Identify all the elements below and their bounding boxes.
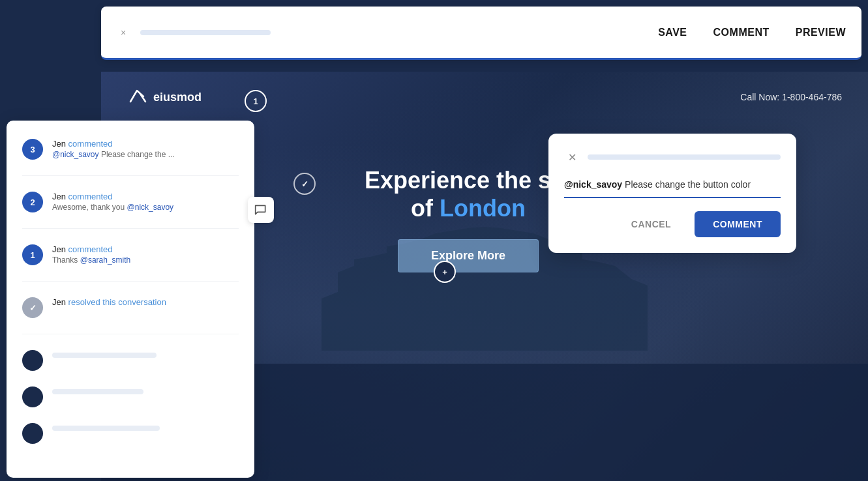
dialog-actions: CANCEL COMMENT <box>564 211 781 237</box>
logo-icon <box>127 87 147 107</box>
comment-content-resolved: Jen resolved this conversation <box>52 297 239 307</box>
comment-badge-placeholder-1 <box>22 350 43 371</box>
comment-content-2: Jen commented Awesome, thank you @nick_s… <box>52 192 239 212</box>
comment-content-placeholder-2 <box>52 386 239 394</box>
divider-3 <box>22 281 239 282</box>
cancel-button[interactable]: CANCEL <box>618 212 684 236</box>
dialog-header: ✕ <box>564 149 781 165</box>
placeholder-bar <box>52 353 157 358</box>
comment-marker-1[interactable]: 1 <box>245 90 267 112</box>
comment-content-1: Jen commented Thanks @sarah_smith <box>52 244 239 265</box>
comment-text-1: Thanks @sarah_smith <box>52 255 239 265</box>
comment-submit-button[interactable]: COMMENT <box>695 211 781 237</box>
comment-action-3: commented <box>68 139 113 149</box>
divider-1 <box>22 175 239 176</box>
comment-author-1: Jen commented <box>52 244 239 254</box>
comment-item-placeholder-2 <box>22 386 239 407</box>
toolbar-actions: SAVE COMMENT PREVIEW <box>658 27 846 38</box>
comment-author-3: Jen commented <box>52 139 239 149</box>
dialog-text: Please change the button color <box>622 179 751 190</box>
chat-icon <box>254 203 267 216</box>
comment-item-placeholder-1 <box>22 350 239 371</box>
comment-badge-1: 1 <box>22 244 43 265</box>
comment-mention-1: @sarah_smith <box>80 255 131 265</box>
divider-4 <box>22 334 239 334</box>
comment-author-resolved: Jen resolved this conversation <box>52 297 239 307</box>
comment-dialog: ✕ @nick_savoy Please change the button c… <box>548 134 796 253</box>
comment-badge-resolved: ✓ <box>22 297 43 318</box>
comment-badge-3: 3 <box>22 139 43 160</box>
dialog-close-icon[interactable]: ✕ <box>564 149 580 165</box>
comment-mention-3: @nick_savoy <box>52 150 99 159</box>
comment-content-placeholder-1 <box>52 350 239 358</box>
comment-action-2: commented <box>68 192 113 201</box>
comment-button[interactable]: COMMENT <box>713 27 770 38</box>
logo-text: eiusmod <box>153 91 202 104</box>
hero-highlight: London <box>440 195 526 222</box>
explore-more-button[interactable]: Explore More <box>398 239 539 272</box>
toolbar-close-icon[interactable]: × <box>117 26 130 39</box>
comment-item-1: 1 Jen commented Thanks @sarah_smith <box>22 244 239 265</box>
comment-marker-check[interactable]: ✓ <box>293 173 316 195</box>
comment-badge-placeholder-3 <box>22 423 43 444</box>
comment-mention-2: @nick_savoy <box>127 203 174 212</box>
comment-item-3: 3 Jen commented @nick_savoy Please chang… <box>22 139 239 160</box>
placeholder-bar-2 <box>52 389 143 394</box>
comment-badge-placeholder-2 <box>22 386 43 407</box>
comment-text-2: Awesome, thank you @nick_savoy <box>52 203 239 212</box>
comment-item-resolved: ✓ Jen resolved this conversation <box>22 297 239 318</box>
comment-text-3: @nick_savoy Please change the ... <box>52 150 239 159</box>
chat-bubble-button[interactable] <box>248 197 274 223</box>
toolbar-url-bar <box>140 30 271 35</box>
dialog-mention: @nick_savoy <box>564 179 622 190</box>
comment-content-3: Jen commented @nick_savoy Please change … <box>52 139 239 159</box>
comments-sidebar: 3 Jen commented @nick_savoy Please chang… <box>7 121 254 478</box>
placeholder-bar-3 <box>52 426 160 431</box>
toolbar: × SAVE COMMENT PREVIEW <box>101 7 861 60</box>
comment-input[interactable]: @nick_savoy Please change the button col… <box>564 178 781 198</box>
website-header: eiusmod Call Now: 1-800-464-786 <box>101 72 868 123</box>
dialog-url-bar <box>588 154 781 160</box>
comment-item-placeholder-3 <box>22 423 239 444</box>
comment-marker-plus[interactable]: + <box>434 261 456 283</box>
preview-button[interactable]: PREVIEW <box>796 27 846 38</box>
website-logo: eiusmod <box>127 87 202 107</box>
comment-author-2: Jen commented <box>52 192 239 201</box>
comment-action-1: commented <box>68 244 113 254</box>
comment-content-placeholder-3 <box>52 423 239 431</box>
comment-action-resolved: resolved this conversation <box>68 297 166 307</box>
comment-badge-2: 2 <box>22 192 43 212</box>
comment-item-2: 2 Jen commented Awesome, thank you @nick… <box>22 192 239 212</box>
website-phone: Call Now: 1-800-464-786 <box>740 92 842 102</box>
divider-2 <box>22 228 239 229</box>
save-button[interactable]: SAVE <box>658 27 687 38</box>
